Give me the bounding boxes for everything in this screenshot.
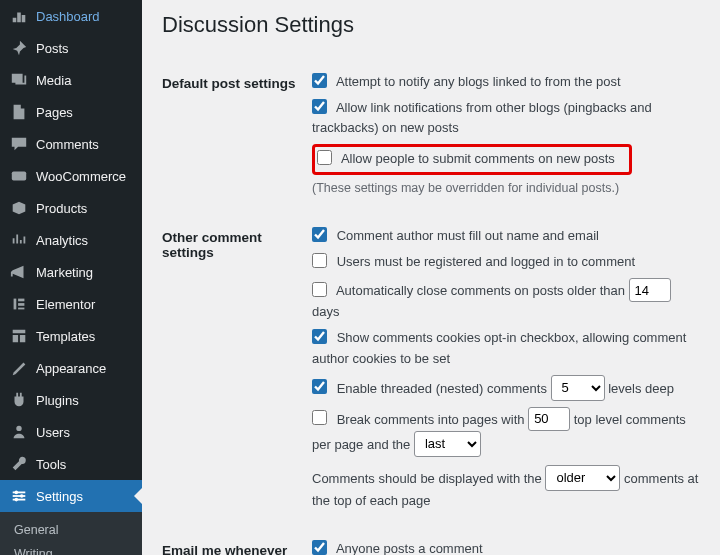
- option-threaded[interactable]: Enable threaded (nested) comments 5 leve…: [312, 375, 700, 401]
- sidebar-item-label: Posts: [36, 41, 69, 56]
- sidebar-item-analytics[interactable]: Analytics: [0, 224, 142, 256]
- sidebar-item-label: Comments: [36, 137, 99, 152]
- sidebar-item-dashboard[interactable]: Dashboard: [0, 0, 142, 32]
- sidebar-item-settings[interactable]: Settings: [0, 480, 142, 512]
- page-title: Discussion Settings: [162, 12, 700, 38]
- sidebar-item-woocommerce[interactable]: WooCommerce: [0, 160, 142, 192]
- select-page-default[interactable]: last: [414, 431, 481, 457]
- woo-icon: [10, 167, 28, 185]
- option-registered-to-comment[interactable]: Users must be registered and logged in t…: [312, 252, 700, 272]
- option-label: Anyone posts a comment: [336, 541, 483, 555]
- option-comment-order: Comments should be displayed with the ol…: [312, 465, 700, 511]
- option-label: days: [312, 304, 339, 319]
- sidebar-item-products[interactable]: Products: [0, 192, 142, 224]
- comment-icon: [10, 135, 28, 153]
- sidebar-item-label: Users: [36, 425, 70, 440]
- sidebar-item-templates[interactable]: Templates: [0, 320, 142, 352]
- settings-submenu: General Writing Reading Discussion Media…: [0, 512, 142, 555]
- sidebar-item-posts[interactable]: Posts: [0, 32, 142, 64]
- sidebar-item-label: Pages: [36, 105, 73, 120]
- sidebar-item-appearance[interactable]: Appearance: [0, 352, 142, 384]
- sidebar-item-label: Dashboard: [36, 9, 100, 24]
- sidebar-item-label: Plugins: [36, 393, 79, 408]
- option-label: Users must be registered and logged in t…: [337, 254, 635, 269]
- input-per-page[interactable]: [528, 407, 570, 431]
- user-icon: [10, 423, 28, 441]
- option-label: Comments should be displayed with the: [312, 470, 542, 485]
- product-icon: [10, 199, 28, 217]
- option-label: Attempt to notify any blogs linked to fr…: [336, 74, 621, 89]
- checkbox-allow-pingbacks[interactable]: [312, 99, 327, 114]
- sidebar-item-label: Templates: [36, 329, 95, 344]
- checkbox-author-name-email[interactable]: [312, 227, 327, 242]
- dashboard-icon: [10, 7, 28, 25]
- svg-point-5: [16, 426, 21, 431]
- option-auto-close[interactable]: Automatically close comments on posts ol…: [312, 278, 700, 322]
- option-label: Allow link notifications from other blog…: [312, 100, 652, 135]
- option-label: Automatically close comments on posts ol…: [336, 283, 625, 298]
- option-label: Comment author must fill out name and em…: [337, 228, 599, 243]
- checkbox-notify-blogs[interactable]: [312, 73, 327, 88]
- option-label: Show comments cookies opt-in checkbox, a…: [312, 330, 686, 365]
- checkbox-cookies-optin[interactable]: [312, 329, 327, 344]
- analytics-icon: [10, 231, 28, 249]
- sidebar-item-label: Appearance: [36, 361, 106, 376]
- svg-point-11: [15, 498, 19, 502]
- marketing-icon: [10, 263, 28, 281]
- templates-icon: [10, 327, 28, 345]
- select-comment-order[interactable]: older: [545, 465, 620, 491]
- option-notify-blogs[interactable]: Attempt to notify any blogs linked to fr…: [312, 72, 700, 92]
- sidebar-item-label: Marketing: [36, 265, 93, 280]
- sidebar-item-label: Elementor: [36, 297, 95, 312]
- submenu-item-writing[interactable]: Writing: [0, 542, 142, 555]
- option-label: Break comments into pages with: [337, 411, 525, 426]
- sidebar-item-label: Tools: [36, 457, 66, 472]
- sidebar-item-label: Media: [36, 73, 71, 88]
- select-thread-levels[interactable]: 5: [551, 375, 605, 401]
- checkbox-registered-to-comment[interactable]: [312, 253, 327, 268]
- checkbox-allow-comments[interactable]: [317, 150, 332, 165]
- section-note: (These settings may be overridden for in…: [312, 179, 700, 198]
- section-heading-other: Other comment settings: [162, 212, 312, 525]
- sidebar-item-pages[interactable]: Pages: [0, 96, 142, 128]
- option-email-anyone[interactable]: Anyone posts a comment: [312, 539, 700, 555]
- tool-icon: [10, 455, 28, 473]
- sidebar-item-label: Analytics: [36, 233, 88, 248]
- section-heading-email: Email me whenever: [162, 525, 312, 555]
- submenu-item-general[interactable]: General: [0, 518, 142, 542]
- input-close-days[interactable]: [629, 278, 671, 302]
- svg-rect-0: [12, 172, 26, 181]
- svg-rect-2: [18, 299, 24, 302]
- checkbox-auto-close[interactable]: [312, 282, 327, 297]
- svg-rect-1: [14, 299, 17, 310]
- sidebar-item-plugins[interactable]: Plugins: [0, 384, 142, 416]
- option-label: Allow people to submit comments on new p…: [341, 151, 615, 166]
- sidebar-item-label: Products: [36, 201, 87, 216]
- option-label: Enable threaded (nested) comments: [337, 380, 547, 395]
- option-author-name-email[interactable]: Comment author must fill out name and em…: [312, 226, 700, 246]
- option-paginate[interactable]: Break comments into pages with top level…: [312, 407, 700, 457]
- option-allow-comments[interactable]: Allow people to submit comments on new p…: [317, 149, 615, 169]
- option-label: levels deep: [608, 380, 674, 395]
- option-allow-pingbacks[interactable]: Allow link notifications from other blog…: [312, 98, 700, 138]
- sidebar-item-elementor[interactable]: Elementor: [0, 288, 142, 320]
- plugin-icon: [10, 391, 28, 409]
- sidebar-item-label: WooCommerce: [36, 169, 126, 184]
- sidebar-item-users[interactable]: Users: [0, 416, 142, 448]
- checkbox-email-anyone[interactable]: [312, 540, 327, 555]
- sidebar-item-comments[interactable]: Comments: [0, 128, 142, 160]
- sidebar-item-tools[interactable]: Tools: [0, 448, 142, 480]
- settings-content: Discussion Settings Default post setting…: [142, 0, 720, 555]
- sidebar-item-marketing[interactable]: Marketing: [0, 256, 142, 288]
- settings-icon: [10, 487, 28, 505]
- sidebar-item-media[interactable]: Media: [0, 64, 142, 96]
- appearance-icon: [10, 359, 28, 377]
- svg-point-10: [20, 494, 24, 498]
- svg-rect-3: [18, 303, 24, 306]
- svg-rect-4: [18, 308, 24, 310]
- checkbox-threaded[interactable]: [312, 379, 327, 394]
- checkbox-paginate[interactable]: [312, 410, 327, 425]
- page-icon: [10, 103, 28, 121]
- option-cookies-optin[interactable]: Show comments cookies opt-in checkbox, a…: [312, 328, 700, 368]
- elementor-icon: [10, 295, 28, 313]
